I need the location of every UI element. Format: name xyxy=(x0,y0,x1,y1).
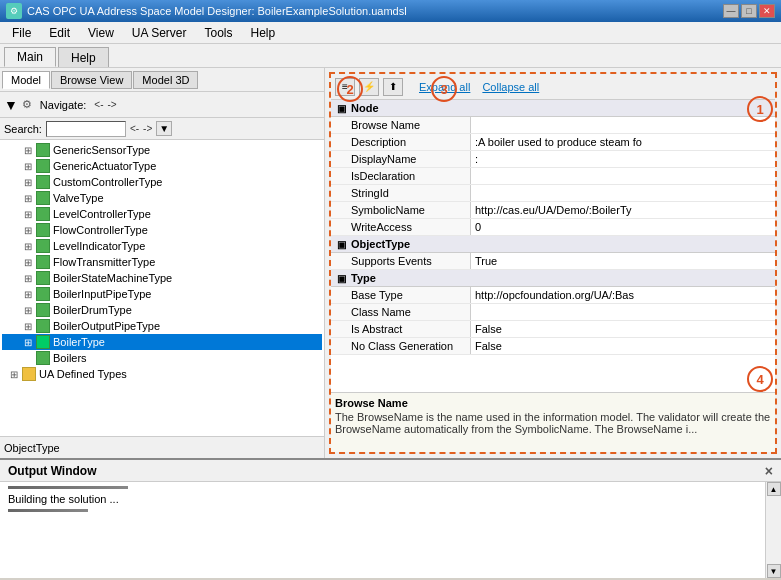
prop-value: :A boiler used to produce steam fo xyxy=(471,134,775,150)
prop-name: Is Abstract xyxy=(331,321,471,337)
scroll-up-button[interactable]: ▲ xyxy=(767,482,781,496)
group-objecttype[interactable]: ▣ ObjectType xyxy=(331,236,775,253)
prop-value xyxy=(471,168,775,184)
node-icon xyxy=(36,335,50,349)
tab-help[interactable]: Help xyxy=(58,47,109,67)
close-button[interactable]: ✕ xyxy=(759,4,775,18)
node-icon xyxy=(36,303,50,317)
filter-icon: ▼ xyxy=(4,97,18,113)
menu-file[interactable]: File xyxy=(4,23,39,43)
list-item[interactable]: ⊞ BoilerInputPipeType xyxy=(2,286,322,302)
expander-icon: ⊞ xyxy=(20,161,36,172)
list-item[interactable]: ⊞ ValveType xyxy=(2,190,322,206)
menu-edit[interactable]: Edit xyxy=(41,23,78,43)
output-close-button[interactable]: × xyxy=(765,463,773,479)
back-button[interactable]: <- xyxy=(94,99,103,110)
props-btn-2[interactable]: ⚡ xyxy=(359,78,379,96)
node-label: BoilerInputPipeType xyxy=(53,288,151,300)
minimize-button[interactable]: — xyxy=(723,4,739,18)
scroll-down-button[interactable]: ▼ xyxy=(767,564,781,578)
list-item[interactable]: · Boilers xyxy=(2,350,322,366)
prop-value: False xyxy=(471,321,775,337)
node-icon xyxy=(36,175,50,189)
expander-icon: ⊞ xyxy=(20,241,36,252)
node-icon xyxy=(36,271,50,285)
props-btn-1[interactable]: ≡ xyxy=(335,78,355,96)
view-tabs: Model Browse View Model 3D xyxy=(0,68,324,92)
prop-name: WriteAccess xyxy=(331,219,471,235)
group-node[interactable]: ▣ Node xyxy=(331,100,775,117)
node-icon xyxy=(36,319,50,333)
props-btn-3[interactable]: ⬆ xyxy=(383,78,403,96)
maximize-button[interactable]: □ xyxy=(741,4,757,18)
collapse-all-button[interactable]: Collapse all xyxy=(478,80,543,94)
tab-browse-view[interactable]: Browse View xyxy=(51,71,132,89)
prop-value xyxy=(471,304,775,320)
node-label: ValveType xyxy=(53,192,104,204)
prop-name: IsDeclaration xyxy=(331,168,471,184)
prop-name: SymbolicName xyxy=(331,202,471,218)
node-icon xyxy=(36,143,50,157)
table-row: Base Type http://opcfoundation.org/UA/:B… xyxy=(331,287,775,304)
output-title: Output Window xyxy=(8,464,97,478)
prop-value: : xyxy=(471,151,775,167)
right-panel: 1 2 3 4 ≡ ⚡ ⬆ Expand all Collapse all xyxy=(325,68,781,458)
search-forward-button[interactable]: -> xyxy=(143,123,152,134)
list-item[interactable]: ⊞ LevelIndicatorType xyxy=(2,238,322,254)
tree-area[interactable]: ⊞ GenericSensorType ⊞ GenericActuatorTyp… xyxy=(0,140,324,436)
search-back-button[interactable]: <- xyxy=(130,123,139,134)
prop-name: Class Name xyxy=(331,304,471,320)
node-label: Boilers xyxy=(53,352,87,364)
list-item[interactable]: ⊞ BoilerType xyxy=(2,334,322,350)
description-text: The BrowseName is the name used in the i… xyxy=(335,411,771,435)
menu-tools[interactable]: Tools xyxy=(197,23,241,43)
expand-all-button[interactable]: Expand all xyxy=(415,80,474,94)
list-item[interactable]: ⊞ GenericActuatorType xyxy=(2,158,322,174)
list-item[interactable]: ⊞ BoilerStateMachineType xyxy=(2,270,322,286)
node-label: LevelControllerType xyxy=(53,208,151,220)
group-type[interactable]: ▣ Type xyxy=(331,270,775,287)
table-row: Is Abstract False xyxy=(331,321,775,338)
output-line-1: Building the solution ... xyxy=(8,493,773,505)
search-input[interactable] xyxy=(46,121,126,137)
expander-icon: ⊞ xyxy=(20,273,36,284)
output-header: Output Window × xyxy=(0,460,781,482)
table-row: DisplayName : xyxy=(331,151,775,168)
list-item[interactable]: ⊞ BoilerOutputPipeType xyxy=(2,318,322,334)
node-label: CustomControllerType xyxy=(53,176,162,188)
expander-icon: ⊞ xyxy=(20,289,36,300)
expander-icon: ⊞ xyxy=(20,257,36,268)
window-controls: — □ ✕ xyxy=(723,4,775,18)
tab-bar: Main Help xyxy=(0,44,781,68)
list-item[interactable]: ⊞ LevelControllerType xyxy=(2,206,322,222)
output-body: Building the solution ... ▲ ▼ xyxy=(0,482,781,578)
list-item[interactable]: ⊞ CustomControllerType xyxy=(2,174,322,190)
expander-icon: ⊞ xyxy=(20,305,36,316)
forward-button[interactable]: -> xyxy=(108,99,117,110)
search-bar: Search: <- -> ▼ xyxy=(0,118,324,140)
list-item[interactable]: ⊞ BoilerDrumType xyxy=(2,302,322,318)
list-item[interactable]: ⊞ GenericSensorType xyxy=(2,142,322,158)
menu-view[interactable]: View xyxy=(80,23,122,43)
node-icon xyxy=(36,207,50,221)
list-item[interactable]: ⊞ FlowTransmitterType xyxy=(2,254,322,270)
title-bar: ⚙ CAS OPC UA Address Space Model Designe… xyxy=(0,0,781,22)
output-window: Output Window × Building the solution ..… xyxy=(0,458,781,578)
group-node-label: Node xyxy=(351,102,379,114)
scrollbar[interactable]: ▲ ▼ xyxy=(765,482,781,578)
tab-main[interactable]: Main xyxy=(4,47,56,67)
table-row: WriteAccess 0 xyxy=(331,219,775,236)
properties-area[interactable]: ▣ Node Browse Name Description :A boiler… xyxy=(331,100,775,392)
group-type-label: Type xyxy=(351,272,376,284)
expander-icon: ⊞ xyxy=(6,369,22,380)
expander-icon: ⊞ xyxy=(20,193,36,204)
dropdown-icon[interactable]: ▼ xyxy=(156,121,172,136)
tab-model[interactable]: Model xyxy=(2,71,50,89)
list-item[interactable]: ⊞ UA Defined Types xyxy=(2,366,322,382)
menu-ua-server[interactable]: UA Server xyxy=(124,23,195,43)
list-item[interactable]: ⊞ FlowControllerType xyxy=(2,222,322,238)
props-toolbar: ≡ ⚡ ⬆ Expand all Collapse all xyxy=(331,74,775,100)
menu-help[interactable]: Help xyxy=(243,23,284,43)
tab-model-3d[interactable]: Model 3D xyxy=(133,71,198,89)
menu-bar: File Edit View UA Server Tools Help xyxy=(0,22,781,44)
